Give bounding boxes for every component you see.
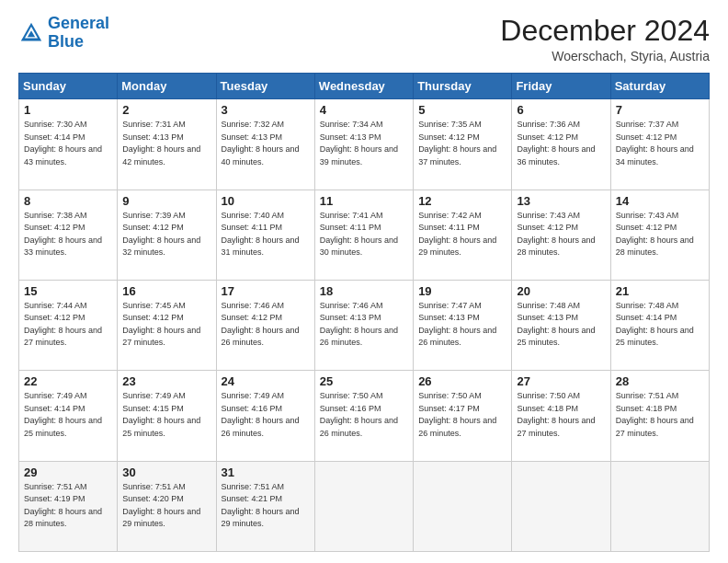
day-number: 25 bbox=[320, 374, 408, 388]
calendar-cell: 28 Sunrise: 7:51 AMSunset: 4:18 PMDaylig… bbox=[610, 371, 709, 461]
calendar-cell: 26 Sunrise: 7:50 AMSunset: 4:17 PMDaylig… bbox=[414, 371, 512, 461]
calendar-cell: 24 Sunrise: 7:49 AMSunset: 4:16 PMDaylig… bbox=[216, 371, 314, 461]
cell-info: Sunrise: 7:44 AMSunset: 4:12 PMDaylight:… bbox=[24, 301, 102, 348]
day-number: 6 bbox=[517, 103, 605, 117]
calendar-cell: 6 Sunrise: 7:36 AMSunset: 4:12 PMDayligh… bbox=[512, 99, 610, 190]
day-number: 31 bbox=[222, 465, 310, 479]
day-number: 19 bbox=[418, 284, 506, 298]
cell-info: Sunrise: 7:49 AMSunset: 4:16 PMDaylight:… bbox=[222, 391, 300, 438]
calendar-week-row: 1 Sunrise: 7:30 AMSunset: 4:14 PMDayligh… bbox=[19, 99, 710, 190]
title-block: December 2024 Woerschach, Styria, Austri… bbox=[500, 15, 710, 63]
logo: General Blue bbox=[18, 15, 109, 52]
calendar-cell: 3 Sunrise: 7:32 AMSunset: 4:13 PMDayligh… bbox=[216, 99, 314, 190]
day-header-sunday: Sunday bbox=[19, 74, 118, 99]
day-number: 13 bbox=[517, 194, 605, 208]
day-number: 15 bbox=[24, 284, 112, 298]
cell-info: Sunrise: 7:31 AMSunset: 4:13 PMDaylight:… bbox=[122, 120, 200, 167]
day-number: 5 bbox=[418, 103, 506, 117]
cell-info: Sunrise: 7:46 AMSunset: 4:12 PMDaylight:… bbox=[222, 301, 300, 348]
cell-info: Sunrise: 7:51 AMSunset: 4:18 PMDaylight:… bbox=[616, 391, 694, 438]
calendar-cell: 16 Sunrise: 7:45 AMSunset: 4:12 PMDaylig… bbox=[118, 280, 216, 370]
day-number: 24 bbox=[222, 374, 310, 388]
cell-info: Sunrise: 7:50 AMSunset: 4:18 PMDaylight:… bbox=[517, 391, 595, 438]
day-number: 4 bbox=[320, 103, 408, 117]
calendar-cell: 21 Sunrise: 7:48 AMSunset: 4:14 PMDaylig… bbox=[610, 280, 709, 370]
calendar-cell: 8 Sunrise: 7:38 AMSunset: 4:12 PMDayligh… bbox=[19, 190, 118, 280]
cell-info: Sunrise: 7:45 AMSunset: 4:12 PMDaylight:… bbox=[122, 301, 200, 348]
cell-info: Sunrise: 7:37 AMSunset: 4:12 PMDaylight:… bbox=[616, 120, 694, 167]
calendar-cell: 14 Sunrise: 7:43 AMSunset: 4:12 PMDaylig… bbox=[610, 190, 709, 280]
calendar-cell: 10 Sunrise: 7:40 AMSunset: 4:11 PMDaylig… bbox=[216, 190, 314, 280]
header: General Blue December 2024 Woerschach, S… bbox=[18, 15, 710, 63]
cell-info: Sunrise: 7:36 AMSunset: 4:12 PMDaylight:… bbox=[517, 120, 595, 167]
day-number: 22 bbox=[24, 374, 112, 388]
cell-info: Sunrise: 7:32 AMSunset: 4:13 PMDaylight:… bbox=[222, 120, 300, 167]
calendar-cell: 25 Sunrise: 7:50 AMSunset: 4:16 PMDaylig… bbox=[314, 371, 413, 461]
day-header-wednesday: Wednesday bbox=[314, 74, 413, 99]
day-number: 21 bbox=[616, 284, 704, 298]
calendar-cell: 2 Sunrise: 7:31 AMSunset: 4:13 PMDayligh… bbox=[118, 99, 216, 190]
day-number: 7 bbox=[616, 103, 704, 117]
cell-info: Sunrise: 7:49 AMSunset: 4:15 PMDaylight:… bbox=[122, 391, 200, 438]
day-header-friday: Friday bbox=[512, 74, 610, 99]
day-number: 16 bbox=[122, 284, 210, 298]
day-number: 2 bbox=[122, 103, 210, 117]
cell-info: Sunrise: 7:49 AMSunset: 4:14 PMDaylight:… bbox=[24, 391, 102, 438]
cell-info: Sunrise: 7:51 AMSunset: 4:19 PMDaylight:… bbox=[24, 482, 102, 529]
calendar-cell: 30 Sunrise: 7:51 AMSunset: 4:20 PMDaylig… bbox=[118, 461, 216, 551]
cell-info: Sunrise: 7:47 AMSunset: 4:13 PMDaylight:… bbox=[418, 301, 496, 348]
calendar-cell: 19 Sunrise: 7:47 AMSunset: 4:13 PMDaylig… bbox=[414, 280, 512, 370]
day-number: 18 bbox=[320, 284, 408, 298]
day-number: 17 bbox=[222, 284, 310, 298]
cell-info: Sunrise: 7:50 AMSunset: 4:17 PMDaylight:… bbox=[418, 391, 496, 438]
cell-info: Sunrise: 7:35 AMSunset: 4:12 PMDaylight:… bbox=[418, 120, 496, 167]
calendar-cell: 29 Sunrise: 7:51 AMSunset: 4:19 PMDaylig… bbox=[19, 461, 118, 551]
calendar-cell bbox=[314, 461, 413, 551]
calendar-cell: 17 Sunrise: 7:46 AMSunset: 4:12 PMDaylig… bbox=[216, 280, 314, 370]
calendar-cell: 15 Sunrise: 7:44 AMSunset: 4:12 PMDaylig… bbox=[19, 280, 118, 370]
day-number: 1 bbox=[24, 103, 112, 117]
day-number: 30 bbox=[122, 465, 210, 479]
calendar-cell: 31 Sunrise: 7:51 AMSunset: 4:21 PMDaylig… bbox=[216, 461, 314, 551]
calendar-cell: 7 Sunrise: 7:37 AMSunset: 4:12 PMDayligh… bbox=[610, 99, 709, 190]
cell-info: Sunrise: 7:43 AMSunset: 4:12 PMDaylight:… bbox=[517, 211, 595, 258]
cell-info: Sunrise: 7:42 AMSunset: 4:11 PMDaylight:… bbox=[418, 211, 496, 258]
cell-info: Sunrise: 7:51 AMSunset: 4:21 PMDaylight:… bbox=[222, 482, 300, 529]
day-number: 11 bbox=[320, 194, 408, 208]
calendar-week-row: 29 Sunrise: 7:51 AMSunset: 4:19 PMDaylig… bbox=[19, 461, 710, 551]
day-number: 9 bbox=[122, 194, 210, 208]
calendar-cell: 4 Sunrise: 7:34 AMSunset: 4:13 PMDayligh… bbox=[314, 99, 413, 190]
calendar-cell: 23 Sunrise: 7:49 AMSunset: 4:15 PMDaylig… bbox=[118, 371, 216, 461]
cell-info: Sunrise: 7:50 AMSunset: 4:16 PMDaylight:… bbox=[320, 391, 398, 438]
day-header-thursday: Thursday bbox=[414, 74, 512, 99]
calendar-cell bbox=[512, 461, 610, 551]
day-number: 27 bbox=[517, 374, 605, 388]
calendar-cell: 11 Sunrise: 7:41 AMSunset: 4:11 PMDaylig… bbox=[314, 190, 413, 280]
day-header-saturday: Saturday bbox=[610, 74, 709, 99]
location-subtitle: Woerschach, Styria, Austria bbox=[500, 49, 710, 63]
day-number: 12 bbox=[418, 194, 506, 208]
calendar-cell bbox=[610, 461, 709, 551]
month-title: December 2024 bbox=[500, 15, 710, 47]
calendar-cell: 5 Sunrise: 7:35 AMSunset: 4:12 PMDayligh… bbox=[414, 99, 512, 190]
calendar-cell: 27 Sunrise: 7:50 AMSunset: 4:18 PMDaylig… bbox=[512, 371, 610, 461]
calendar-week-row: 22 Sunrise: 7:49 AMSunset: 4:14 PMDaylig… bbox=[19, 371, 710, 461]
cell-info: Sunrise: 7:43 AMSunset: 4:12 PMDaylight:… bbox=[616, 211, 694, 258]
calendar-cell bbox=[414, 461, 512, 551]
cell-info: Sunrise: 7:48 AMSunset: 4:14 PMDaylight:… bbox=[616, 301, 694, 348]
day-number: 10 bbox=[222, 194, 310, 208]
cell-info: Sunrise: 7:34 AMSunset: 4:13 PMDaylight:… bbox=[320, 120, 398, 167]
logo-text: General Blue bbox=[48, 15, 109, 52]
cell-info: Sunrise: 7:38 AMSunset: 4:12 PMDaylight:… bbox=[24, 211, 102, 258]
day-header-monday: Monday bbox=[118, 74, 216, 99]
cell-info: Sunrise: 7:51 AMSunset: 4:20 PMDaylight:… bbox=[122, 482, 200, 529]
day-number: 20 bbox=[517, 284, 605, 298]
cell-info: Sunrise: 7:40 AMSunset: 4:11 PMDaylight:… bbox=[222, 211, 300, 258]
page: General Blue December 2024 Woerschach, S… bbox=[0, 0, 728, 563]
calendar-week-row: 15 Sunrise: 7:44 AMSunset: 4:12 PMDaylig… bbox=[19, 280, 710, 370]
cell-info: Sunrise: 7:46 AMSunset: 4:13 PMDaylight:… bbox=[320, 301, 398, 348]
day-header-tuesday: Tuesday bbox=[216, 74, 314, 99]
day-number: 3 bbox=[222, 103, 310, 117]
calendar-cell: 22 Sunrise: 7:49 AMSunset: 4:14 PMDaylig… bbox=[19, 371, 118, 461]
calendar-week-row: 8 Sunrise: 7:38 AMSunset: 4:12 PMDayligh… bbox=[19, 190, 710, 280]
